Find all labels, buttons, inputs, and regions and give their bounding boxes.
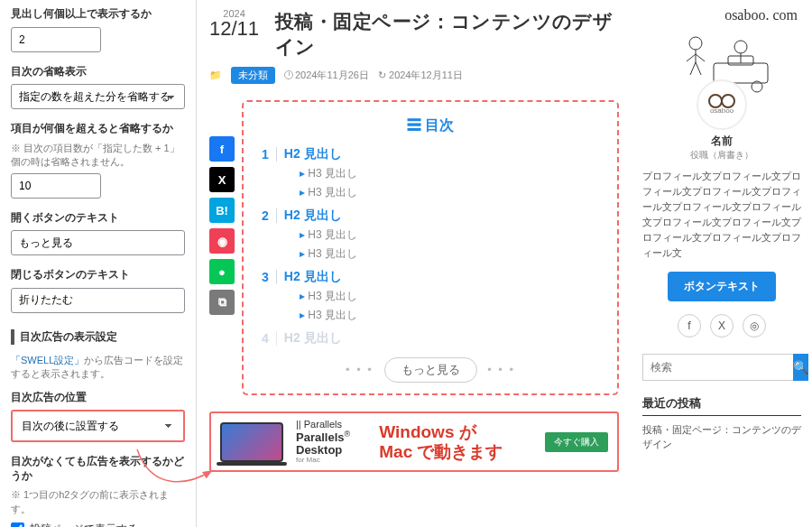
ad-brand-text: || Parallels Parallels® Desktop for Mac bbox=[296, 419, 350, 465]
heading-threshold-input[interactable] bbox=[11, 27, 101, 52]
share-column: fXB!◉●⧉ bbox=[209, 100, 235, 315]
toc-ad-section-heading: 目次広告の表示設定 bbox=[11, 329, 185, 345]
recent-post-item[interactable]: 投稿・固定ページ：コンテンツのデザイン bbox=[642, 423, 801, 451]
item-cut-input[interactable] bbox=[11, 173, 101, 199]
show-on-post-checkbox-row[interactable]: 投稿ページで表示する bbox=[11, 522, 185, 527]
recent-posts-title: 最近の投稿 bbox=[642, 395, 801, 416]
toc-h3-item[interactable]: H3 見出し bbox=[300, 227, 599, 243]
abbrev-select[interactable]: 指定の数を超えた分を省略する bbox=[11, 84, 185, 109]
site-name: osaboo. com bbox=[642, 7, 801, 23]
item-cut-note: ※ 目次の項目数が「指定した数 + 1」個の時は省略されません。 bbox=[11, 142, 185, 170]
ad-buy-button[interactable]: 今すぐ購入 bbox=[545, 432, 608, 452]
heading-threshold-label: 見出し何個以上で表示するか bbox=[11, 7, 185, 22]
toc-h2-item[interactable]: 2H2 見出し bbox=[262, 208, 599, 224]
toc-h2-item[interactable]: 4H2 見出し bbox=[262, 330, 599, 347]
toc-ad-note: 「SWELL設定」から広告コードを設定すると表示されます。 bbox=[11, 354, 185, 382]
ad-position-select[interactable]: 目次の後に設置する bbox=[14, 413, 181, 439]
created-date: 2024年11月26日 bbox=[284, 69, 369, 82]
annotation-arrow bbox=[134, 446, 215, 500]
toc-h3-item[interactable]: H3 見出し bbox=[300, 289, 599, 304]
search-input[interactable] bbox=[642, 354, 793, 381]
search-icon: 🔍 bbox=[793, 360, 808, 374]
share-hatena-button[interactable]: B! bbox=[209, 198, 235, 223]
dots-left: • • • bbox=[346, 363, 374, 376]
swell-settings-link[interactable]: 「SWELL設定」 bbox=[11, 355, 84, 365]
share-facebook-button[interactable]: f bbox=[209, 136, 235, 162]
profile-button[interactable]: ボタンテキスト bbox=[668, 272, 776, 301]
category-badge[interactable]: 未分類 bbox=[231, 67, 275, 84]
refresh-icon: ↻ bbox=[378, 69, 389, 80]
share-x-twitter-button[interactable]: X bbox=[209, 167, 235, 192]
profile-role: 役職（肩書き） bbox=[642, 149, 801, 162]
clock-icon bbox=[284, 70, 293, 79]
profile-name: 名前 bbox=[642, 134, 801, 149]
open-button-text-label: 開くボタンのテキスト bbox=[11, 211, 185, 226]
instagram-icon[interactable]: ◎ bbox=[743, 314, 766, 337]
toc-h3-item[interactable]: H3 見出し bbox=[300, 185, 599, 200]
profile-desc: プロフィール文プロフィール文プロフィール文プロフィール文プロフィール文プロフィー… bbox=[642, 169, 801, 261]
toc-h3-item[interactable]: H3 見出し bbox=[300, 166, 599, 181]
share-pocket-button[interactable]: ◉ bbox=[209, 228, 235, 254]
open-button-text-input[interactable] bbox=[11, 230, 185, 255]
close-button-text-input[interactable] bbox=[11, 288, 185, 313]
toc-box: 目次 1H2 見出しH3 見出しH3 見出し2H2 見出しH3 見出しH3 見出… bbox=[242, 100, 619, 395]
share-line-button[interactable]: ● bbox=[209, 259, 235, 284]
toc-more-button[interactable]: もっと見る bbox=[384, 357, 477, 383]
abbrev-label: 目次の省略表示 bbox=[11, 65, 185, 79]
ad-position-label: 目次広告の位置 bbox=[11, 391, 185, 405]
svg-point-4 bbox=[734, 41, 747, 53]
dots-right: • • • bbox=[487, 363, 515, 376]
item-cut-label: 項目が何個を超えると省略するか bbox=[11, 122, 185, 136]
modified-date: ↻ 2024年12月11日 bbox=[378, 69, 463, 82]
ad-banner[interactable]: || Parallels Parallels® Desktop for Mac … bbox=[209, 411, 619, 472]
facebook-icon[interactable]: f bbox=[678, 314, 701, 337]
ad-headline: Windows が Mac で動きます bbox=[379, 422, 503, 462]
laptop-icon bbox=[220, 422, 283, 462]
share-copy-button[interactable]: ⧉ bbox=[209, 290, 235, 315]
glasses-icon bbox=[708, 96, 735, 105]
toc-title: 目次 bbox=[262, 116, 599, 135]
search-button[interactable]: 🔍 bbox=[793, 354, 808, 381]
toc-h2-item[interactable]: 1H2 見出し bbox=[262, 146, 599, 162]
toc-h3-item[interactable]: H3 見出し bbox=[300, 246, 599, 262]
svg-point-0 bbox=[689, 37, 702, 50]
post-meta: 📁 未分類 2024年11月26日 ↻ 2024年12月11日 bbox=[209, 67, 619, 84]
post-date: 2024 12/11 bbox=[209, 9, 259, 39]
avatar: osaboo bbox=[697, 79, 747, 130]
preview-area: 2024 12/11 投稿・固定ページ：コンテンツのデザイン 📁 未分類 202… bbox=[197, 0, 632, 527]
toc-h3-item[interactable]: H3 見出し bbox=[300, 308, 599, 323]
close-button-text-label: 閉じるボタンのテキスト bbox=[11, 268, 185, 282]
show-on-post-checkbox[interactable] bbox=[11, 522, 24, 527]
toc-h2-item[interactable]: 3H2 見出し bbox=[262, 269, 599, 285]
folder-icon: 📁 bbox=[209, 69, 222, 81]
right-sidebar: osaboo. com osaboo 名前 役職（肩書き） プロ bbox=[632, 0, 812, 527]
show-on-post-label: 投稿ページで表示する bbox=[30, 522, 138, 527]
toc-list: 1H2 見出しH3 見出しH3 見出し2H2 見出しH3 見出しH3 見出し3H… bbox=[262, 146, 599, 347]
x-icon[interactable]: X bbox=[710, 314, 734, 337]
post-title: 投稿・固定ページ：コンテンツのデザイン bbox=[275, 9, 619, 60]
